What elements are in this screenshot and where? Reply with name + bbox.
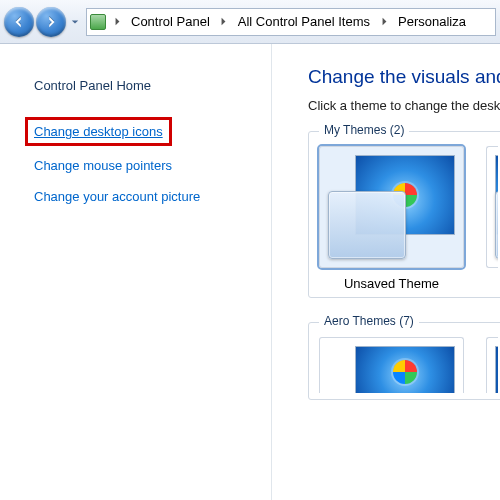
- sidebar: Control Panel Home Change desktop icons …: [0, 44, 272, 500]
- chevron-right-icon: [220, 17, 227, 26]
- chevron-right-icon: [381, 17, 388, 26]
- theme-item-partial[interactable]: [486, 146, 498, 268]
- window-style-icon: [495, 191, 498, 259]
- arrow-left-icon: [12, 15, 26, 29]
- breadcrumb-item-personalization[interactable]: Personaliza: [392, 9, 472, 35]
- history-dropdown[interactable]: [68, 8, 82, 36]
- theme-item-unsaved[interactable]: Unsaved Theme: [319, 146, 464, 291]
- breadcrumb-item-all-items[interactable]: All Control Panel Items: [232, 9, 376, 35]
- group-my-themes: My Themes (2) Unsaved Theme: [308, 131, 500, 298]
- navigation-bar: Control Panel All Control Panel Items Pe…: [0, 0, 500, 44]
- breadcrumb: Control Panel All Control Panel Items Pe…: [86, 8, 496, 36]
- back-button[interactable]: [4, 7, 34, 37]
- body: Control Panel Home Change desktop icons …: [0, 44, 500, 500]
- theme-label: Unsaved Theme: [319, 276, 464, 291]
- forward-button[interactable]: [36, 7, 66, 37]
- wallpaper-icon: [355, 346, 455, 393]
- nav-buttons: [4, 7, 82, 37]
- sidebar-link-account-picture[interactable]: Change your account picture: [34, 189, 251, 204]
- wallpaper-icon: [495, 346, 498, 393]
- group-title-aero-themes: Aero Themes (7): [319, 314, 419, 328]
- group-title-my-themes: My Themes (2): [319, 123, 409, 137]
- window-style-icon: [328, 191, 406, 259]
- sidebar-link-desktop-icons[interactable]: Change desktop icons: [34, 124, 163, 139]
- page-subtitle: Click a theme to change the deskt: [308, 98, 500, 113]
- content: Change the visuals and so Click a theme …: [272, 44, 500, 500]
- theme-preview: [319, 337, 464, 393]
- themes-row: Unsaved Theme: [319, 142, 500, 291]
- control-panel-icon[interactable]: [87, 9, 109, 35]
- page-title: Change the visuals and so: [308, 66, 500, 88]
- theme-preview: [319, 146, 464, 268]
- breadcrumb-item-control-panel[interactable]: Control Panel: [125, 9, 216, 35]
- arrow-right-icon: [44, 15, 58, 29]
- themes-row: [319, 333, 500, 393]
- sidebar-title: Control Panel Home: [34, 78, 251, 93]
- breadcrumb-separator[interactable]: [109, 9, 125, 35]
- theme-item-aero[interactable]: [319, 337, 464, 393]
- breadcrumb-separator[interactable]: [216, 9, 232, 35]
- breadcrumb-separator[interactable]: [376, 9, 392, 35]
- theme-item-partial[interactable]: [486, 337, 498, 393]
- chevron-right-icon: [114, 17, 121, 26]
- group-aero-themes: Aero Themes (7): [308, 322, 500, 400]
- highlight-box: Change desktop icons: [25, 117, 172, 146]
- sidebar-link-mouse-pointers[interactable]: Change mouse pointers: [34, 158, 251, 173]
- chevron-down-icon: [71, 18, 79, 26]
